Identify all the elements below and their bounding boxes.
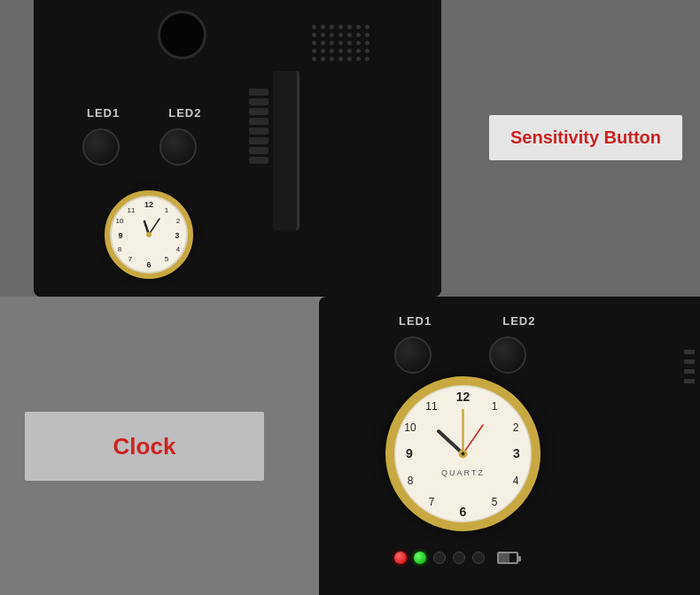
- svg-text:2: 2: [176, 217, 181, 225]
- clock-container-bottom: 12 3 6 9 1 2 4 5 7 8 10 11 QUARTZ: [385, 376, 541, 531]
- svg-text:1: 1: [165, 206, 169, 214]
- led-buttons-top: [82, 128, 197, 166]
- svg-text:3: 3: [513, 446, 520, 460]
- clock-face-bottom: 12 3 6 9 1 2 4 5 7 8 10 11 QUARTZ: [385, 376, 541, 531]
- svg-text:10: 10: [404, 421, 416, 434]
- led1-button-top[interactable]: [82, 128, 120, 166]
- led2-label-top: LED2: [168, 106, 201, 120]
- svg-text:9: 9: [118, 231, 122, 240]
- svg-text:11: 11: [128, 206, 136, 214]
- clock-label-box: Clock: [25, 412, 264, 481]
- top-panel: LED1 LED2: [0, 0, 700, 297]
- svg-point-15: [146, 232, 152, 237]
- led2-button-bottom[interactable]: [489, 336, 526, 374]
- svg-text:3: 3: [175, 231, 179, 240]
- status-led-dark-2: [453, 552, 465, 564]
- led2-button-top[interactable]: [159, 128, 197, 166]
- led-buttons-bottom: [394, 336, 526, 374]
- svg-point-34: [462, 452, 465, 456]
- svg-text:2: 2: [513, 421, 519, 434]
- led2-label-bottom: LED2: [502, 314, 535, 328]
- svg-text:7: 7: [429, 496, 435, 508]
- device-top-image: LED1 LED2: [34, 0, 441, 297]
- side-detail-bottom: [684, 350, 700, 383]
- sensitivity-label-box: Sensitivity Button: [489, 115, 682, 160]
- svg-text:5: 5: [165, 255, 169, 263]
- svg-text:6: 6: [460, 505, 467, 519]
- svg-text:9: 9: [406, 446, 413, 460]
- svg-text:12: 12: [144, 200, 153, 209]
- svg-text:1: 1: [492, 400, 498, 413]
- led1-label-top: LED1: [87, 106, 120, 120]
- sensitivity-text: Sensitivity Button: [510, 128, 661, 147]
- device-body-bottom: LED1 LED2 12 3 6 9 1 2 4 5: [319, 297, 700, 595]
- clock-face-top: 12 3 6 9 1 2 4 5 7 8 10 11: [105, 190, 193, 279]
- led-labels-top: LED1 LED2: [87, 106, 201, 120]
- battery-icon: [497, 552, 518, 564]
- clock-svg-top: 12 3 6 9 1 2 4 5 7 8 10 11: [111, 197, 187, 273]
- svg-text:12: 12: [456, 390, 471, 404]
- side-controls: [249, 89, 268, 164]
- status-led-dark-1: [433, 552, 446, 564]
- clock-label-text: Clock: [113, 433, 176, 460]
- clock-svg-bottom: 12 3 6 9 1 2 4 5 7 8 10 11 QUARTZ: [394, 385, 532, 522]
- svg-text:7: 7: [128, 255, 133, 263]
- device-body-top: LED1 LED2: [34, 0, 441, 297]
- status-leds: [394, 552, 518, 564]
- led1-button-bottom[interactable]: [394, 336, 432, 374]
- svg-text:11: 11: [425, 400, 438, 413]
- svg-text:4: 4: [176, 245, 181, 253]
- svg-text:8: 8: [118, 245, 122, 253]
- status-led-green: [414, 552, 426, 564]
- led-labels-bottom: LED1 LED2: [399, 314, 535, 328]
- camera-hole: [158, 11, 206, 59]
- status-led-red: [394, 552, 407, 564]
- speaker-grille: [312, 25, 370, 61]
- status-led-dark-3: [472, 552, 485, 564]
- svg-text:10: 10: [116, 217, 124, 225]
- svg-text:6: 6: [146, 260, 151, 269]
- bottom-panel: Clock LED1 LED2 12 3 6 9 1: [0, 297, 700, 595]
- side-clip: [273, 71, 299, 230]
- svg-text:4: 4: [513, 475, 519, 487]
- svg-text:5: 5: [492, 496, 498, 508]
- svg-text:8: 8: [408, 475, 414, 487]
- svg-text:QUARTZ: QUARTZ: [441, 468, 485, 477]
- led1-label-bottom: LED1: [399, 314, 432, 328]
